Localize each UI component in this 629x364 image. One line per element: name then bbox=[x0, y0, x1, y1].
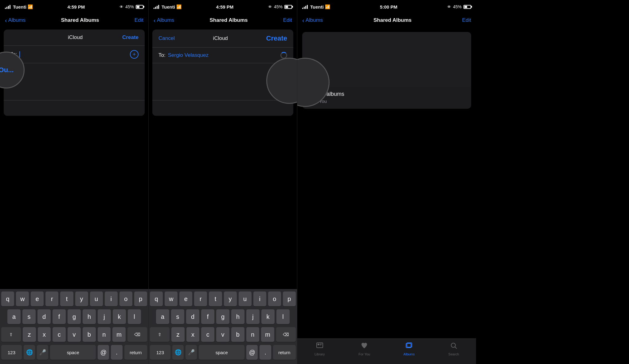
create-button-2[interactable]: Create bbox=[266, 34, 287, 42]
key2-e[interactable]: e bbox=[179, 292, 192, 306]
key2-m[interactable]: m bbox=[261, 327, 274, 342]
key-o[interactable]: o bbox=[119, 292, 132, 306]
tab-search[interactable]: Search bbox=[432, 342, 476, 356]
key-space[interactable]: space bbox=[50, 345, 96, 360]
key-e[interactable]: e bbox=[31, 292, 44, 306]
key-q[interactable]: q bbox=[1, 292, 14, 306]
key2-shift[interactable]: ⇧ bbox=[150, 327, 170, 342]
key2-return[interactable]: return bbox=[273, 345, 296, 360]
back-button-2[interactable]: ‹ Albums bbox=[154, 17, 174, 24]
key2-space[interactable]: space bbox=[199, 345, 244, 360]
tab-albums[interactable]: Albums bbox=[387, 342, 432, 356]
key2-v[interactable]: v bbox=[216, 327, 229, 342]
key2-f[interactable]: f bbox=[201, 309, 214, 324]
key2-at[interactable]: @ bbox=[246, 345, 258, 360]
key-mic[interactable]: 🎤 bbox=[37, 345, 48, 360]
tab-library[interactable]: Library bbox=[297, 342, 342, 356]
key-v[interactable]: v bbox=[68, 327, 81, 342]
key-g[interactable]: g bbox=[68, 309, 81, 324]
tab-bar-3: Library For You Albums bbox=[297, 339, 476, 364]
add-recipient-button-1[interactable]: + bbox=[130, 50, 139, 59]
key2-t[interactable]: t bbox=[209, 292, 222, 306]
key2-q[interactable]: q bbox=[150, 292, 163, 306]
key2-period[interactable]: . bbox=[260, 345, 271, 360]
key-d[interactable]: d bbox=[37, 309, 51, 324]
albums-icon bbox=[405, 342, 413, 351]
key-x[interactable]: x bbox=[38, 327, 51, 342]
key-period[interactable]: . bbox=[111, 345, 122, 360]
key2-globe[interactable]: 🌐 bbox=[172, 345, 184, 360]
key-j[interactable]: j bbox=[98, 309, 111, 324]
key-c[interactable]: c bbox=[53, 327, 66, 342]
key-u[interactable]: u bbox=[90, 292, 103, 306]
status-right-3: 👁 45% bbox=[447, 4, 471, 9]
key2-z[interactable]: z bbox=[171, 327, 185, 342]
key-i[interactable]: i bbox=[105, 292, 118, 306]
key2-numbers[interactable]: 123 bbox=[150, 345, 170, 360]
edit-button-3[interactable]: Edit bbox=[462, 17, 471, 23]
key-at[interactable]: @ bbox=[98, 345, 109, 360]
key2-p[interactable]: p bbox=[283, 292, 296, 306]
to-input-1[interactable] bbox=[19, 51, 130, 58]
panel-3: Tuenti 📶 5:00 PM 👁 45% ‹ Albums Shared A… bbox=[297, 0, 476, 364]
key-shift[interactable]: ⇧ bbox=[1, 327, 21, 342]
key-r[interactable]: r bbox=[45, 292, 58, 306]
tab-for-you-label: For You bbox=[358, 352, 370, 356]
edit-button-1[interactable]: Edit bbox=[135, 17, 143, 23]
album-card-3[interactable]: Shared albums From You bbox=[302, 32, 471, 109]
key2-b[interactable]: b bbox=[231, 327, 244, 342]
key-return[interactable]: return bbox=[124, 345, 147, 360]
keyboard-1: q w e r t y u i o p a s d f g h j k bbox=[0, 289, 148, 364]
key2-y[interactable]: y bbox=[224, 292, 237, 306]
signal-bars-2 bbox=[154, 5, 159, 9]
key-b[interactable]: b bbox=[83, 327, 96, 342]
key2-d[interactable]: d bbox=[186, 309, 199, 324]
key2-c[interactable]: c bbox=[201, 327, 214, 342]
key-z[interactable]: z bbox=[23, 327, 36, 342]
cancel-button-2[interactable]: Cancel bbox=[158, 35, 175, 41]
key2-x[interactable]: x bbox=[186, 327, 200, 342]
key2-backspace[interactable]: ⌫ bbox=[276, 327, 296, 342]
tab-for-you[interactable]: For You bbox=[342, 342, 387, 356]
key2-g[interactable]: g bbox=[216, 309, 229, 324]
key-a[interactable]: a bbox=[7, 309, 21, 324]
to-value-2[interactable]: Sergio Velasquez bbox=[168, 52, 280, 58]
key-h[interactable]: h bbox=[83, 309, 96, 324]
key2-n[interactable]: n bbox=[246, 327, 260, 342]
key-t[interactable]: t bbox=[60, 292, 73, 306]
back-button-1[interactable]: ‹ Albums bbox=[5, 17, 25, 24]
key-numbers[interactable]: 123 bbox=[1, 345, 22, 360]
key2-r[interactable]: r bbox=[194, 292, 207, 306]
key2-mic[interactable]: 🎤 bbox=[186, 345, 197, 360]
chevron-left-icon-1: ‹ bbox=[5, 17, 7, 24]
carrier-label-3: Tuenti bbox=[310, 4, 324, 10]
svg-rect-1 bbox=[318, 344, 319, 345]
key-row-2-4: 123 🌐 🎤 space @ . return bbox=[150, 345, 296, 360]
key-m[interactable]: m bbox=[112, 327, 126, 342]
key-k[interactable]: k bbox=[113, 309, 126, 324]
key2-w[interactable]: w bbox=[165, 292, 178, 306]
key2-a[interactable]: a bbox=[156, 309, 169, 324]
key2-o[interactable]: o bbox=[268, 292, 281, 306]
key-f[interactable]: f bbox=[53, 309, 66, 324]
key2-l[interactable]: l bbox=[276, 309, 290, 324]
key-y[interactable]: y bbox=[75, 292, 88, 306]
key-w[interactable]: w bbox=[16, 292, 29, 306]
key-row-2-1: q w e r t y u i o p bbox=[150, 292, 296, 306]
key2-s[interactable]: s bbox=[171, 309, 184, 324]
key2-j[interactable]: j bbox=[246, 309, 260, 324]
key2-i[interactable]: i bbox=[253, 292, 266, 306]
back-button-3[interactable]: ‹ Albums bbox=[302, 17, 323, 24]
key-globe[interactable]: 🌐 bbox=[24, 345, 35, 360]
key2-h[interactable]: h bbox=[231, 309, 244, 324]
edit-button-2[interactable]: Edit bbox=[283, 17, 292, 23]
key-p[interactable]: p bbox=[134, 292, 147, 306]
key-s[interactable]: s bbox=[22, 309, 36, 324]
key-l[interactable]: l bbox=[128, 309, 141, 324]
back-label-2: Albums bbox=[157, 17, 174, 23]
create-button-1[interactable]: Create bbox=[122, 34, 139, 41]
key-n[interactable]: n bbox=[98, 327, 111, 342]
key-backspace[interactable]: ⌫ bbox=[127, 327, 147, 342]
key2-k[interactable]: k bbox=[261, 309, 275, 324]
key2-u[interactable]: u bbox=[239, 292, 252, 306]
